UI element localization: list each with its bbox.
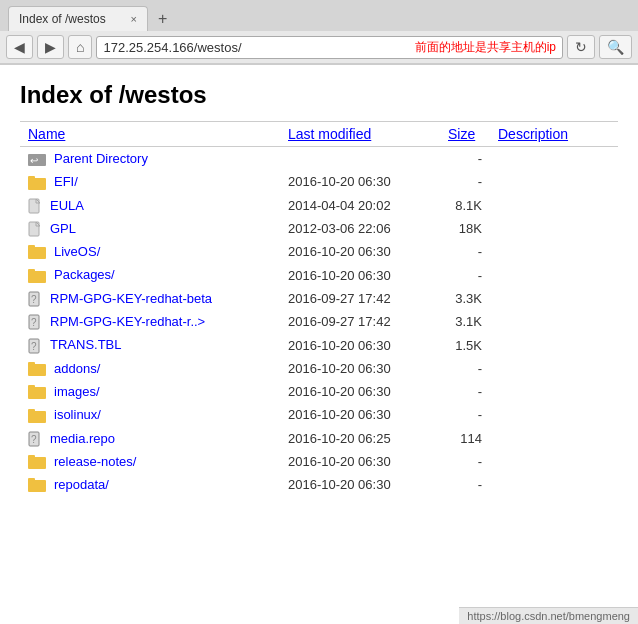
svg-rect-35 — [28, 478, 35, 482]
file-link[interactable]: RPM-GPG-KEY-redhat-r..> — [50, 314, 205, 329]
refresh-button[interactable]: ↻ — [567, 35, 595, 59]
file-name-cell: ?media.repo — [20, 427, 280, 450]
file-size-cell: - — [440, 240, 490, 263]
file-name-cell: EULA — [20, 194, 280, 217]
file-link[interactable]: GPL — [50, 221, 76, 236]
table-header-row: Name Last modified Size Description — [20, 122, 618, 147]
modified-sort-link[interactable]: Last modified — [288, 126, 371, 142]
table-row: ?RPM-GPG-KEY-redhat-r..>2016-09-27 17:42… — [20, 310, 618, 333]
file-size-cell: - — [440, 170, 490, 193]
file-size-cell: - — [440, 403, 490, 426]
file-name-cell: repodata/ — [20, 473, 280, 496]
file-name-cell: ?TRANS.TBL — [20, 333, 280, 356]
file-size-cell: 18K — [440, 217, 490, 240]
svg-text:?: ? — [31, 317, 37, 328]
file-name-cell: release-notes/ — [20, 450, 280, 473]
table-row: addons/2016-10-20 06:30- — [20, 357, 618, 380]
address-annotation: 前面的地址是共享主机的ip — [415, 39, 556, 56]
file-name-cell: addons/ — [20, 357, 280, 380]
file-desc-cell — [490, 240, 618, 263]
table-row: release-notes/2016-10-20 06:30- — [20, 450, 618, 473]
svg-text:?: ? — [31, 434, 37, 445]
address-input[interactable] — [103, 40, 406, 55]
file-link[interactable]: images/ — [54, 384, 100, 399]
file-desc-cell — [490, 263, 618, 286]
file-modified-cell: 2016-10-20 06:30 — [280, 240, 440, 263]
page-content: Index of /westos Name Last modified Size… — [0, 65, 638, 512]
file-name-cell: ↩Parent Directory — [20, 147, 280, 171]
svg-rect-32 — [28, 455, 35, 459]
col-modified-header: Last modified — [280, 122, 440, 147]
address-bar: 前面的地址是共享主机的ip — [96, 36, 563, 59]
file-modified-cell: 2016-09-27 17:42 — [280, 287, 440, 310]
tab-close-button[interactable]: × — [131, 13, 137, 25]
svg-rect-4 — [28, 176, 35, 180]
file-link[interactable]: addons/ — [54, 361, 100, 376]
file-desc-cell — [490, 310, 618, 333]
folder-icon — [28, 476, 50, 492]
file-link[interactable]: EFI/ — [54, 174, 78, 189]
file-link[interactable]: release-notes/ — [54, 454, 136, 469]
file-name-cell: isolinux/ — [20, 403, 280, 426]
folder-icon — [28, 266, 50, 282]
file-modified-cell: 2016-09-27 17:42 — [280, 310, 440, 333]
browser-chrome: Index of /westos × + ◀ ▶ ⌂ 前面的地址是共享主机的ip… — [0, 0, 638, 65]
file-link[interactable]: RPM-GPG-KEY-redhat-beta — [50, 291, 212, 306]
active-tab[interactable]: Index of /westos × — [8, 6, 148, 31]
file-desc-cell — [490, 403, 618, 426]
size-sort-link[interactable]: Size — [448, 126, 475, 142]
file-desc-cell — [490, 450, 618, 473]
desc-sort-link[interactable]: Description — [498, 126, 568, 142]
folder-icon — [28, 173, 50, 189]
tab-title: Index of /westos — [19, 12, 125, 26]
file-name-cell: ?RPM-GPG-KEY-redhat-r..> — [20, 310, 280, 333]
table-row: isolinux/2016-10-20 06:30- — [20, 403, 618, 426]
file-link[interactable]: LiveOS/ — [54, 244, 100, 259]
file-icon — [28, 197, 46, 213]
file-modified-cell: 2016-10-20 06:30 — [280, 380, 440, 403]
file-link[interactable]: EULA — [50, 198, 84, 213]
file-link[interactable]: Packages/ — [54, 267, 115, 282]
table-row: EFI/2016-10-20 06:30- — [20, 170, 618, 193]
file-name-cell: LiveOS/ — [20, 240, 280, 263]
file-desc-cell — [490, 380, 618, 403]
file-link[interactable]: media.repo — [50, 431, 115, 446]
folder-icon — [28, 383, 50, 399]
file-modified-cell: 2016-10-20 06:30 — [280, 473, 440, 496]
search-button[interactable]: 🔍 — [599, 35, 632, 59]
name-sort-link[interactable]: Name — [28, 126, 65, 142]
file-desc-cell — [490, 427, 618, 450]
file-modified-cell: 2014-04-04 20:02 — [280, 194, 440, 217]
file-modified-cell: 2016-10-20 06:30 — [280, 263, 440, 286]
file-link[interactable]: TRANS.TBL — [50, 337, 122, 352]
table-row: LiveOS/2016-10-20 06:30- — [20, 240, 618, 263]
file-link[interactable]: isolinux/ — [54, 407, 101, 422]
file-link[interactable]: repodata/ — [54, 477, 109, 492]
back-button[interactable]: ◀ — [6, 35, 33, 59]
nav-bar: ◀ ▶ ⌂ 前面的地址是共享主机的ip ↻ 🔍 — [0, 31, 638, 64]
file-size-cell: 114 — [440, 427, 490, 450]
file-size-cell: - — [440, 380, 490, 403]
new-tab-button[interactable]: + — [152, 8, 173, 30]
folder-icon — [28, 360, 50, 376]
file-desc-cell — [490, 170, 618, 193]
file-size-cell: - — [440, 263, 490, 286]
file-modified-cell: 2016-10-20 06:30 — [280, 170, 440, 193]
file-desc-cell — [490, 357, 618, 380]
file-name-cell: Packages/ — [20, 263, 280, 286]
unknown-icon: ? — [28, 430, 46, 446]
page-title: Index of /westos — [20, 81, 618, 109]
table-row: repodata/2016-10-20 06:30- — [20, 473, 618, 496]
forward-button[interactable]: ▶ — [37, 35, 64, 59]
svg-text:?: ? — [31, 341, 37, 352]
parent-icon: ↩ — [28, 150, 50, 166]
svg-rect-24 — [28, 385, 35, 389]
file-link[interactable]: Parent Directory — [54, 151, 148, 166]
home-button[interactable]: ⌂ — [68, 35, 92, 59]
file-size-cell: 8.1K — [440, 194, 490, 217]
file-size-cell: - — [440, 357, 490, 380]
file-modified-cell: 2016-10-20 06:30 — [280, 357, 440, 380]
tab-bar: Index of /westos × + — [0, 0, 638, 31]
file-desc-cell — [490, 473, 618, 496]
file-desc-cell — [490, 194, 618, 217]
